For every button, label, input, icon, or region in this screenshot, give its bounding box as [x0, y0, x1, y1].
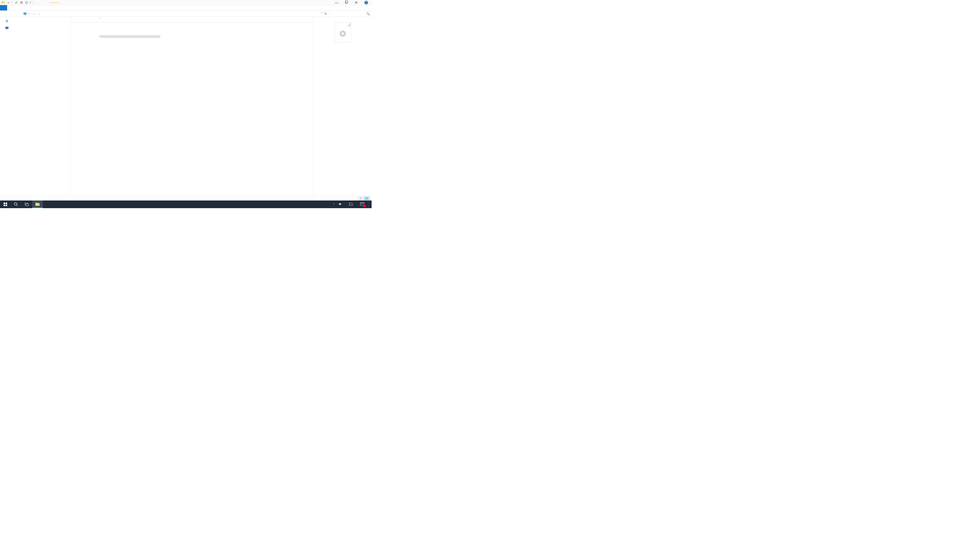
ribbon-tab-share[interactable] [14, 5, 21, 11]
tray-volume-icon[interactable] [339, 202, 342, 206]
ribbon-tab-view[interactable] [21, 5, 29, 11]
sort-asc-icon: ˄ [99, 17, 100, 21]
maximize-button[interactable] [345, 0, 348, 4]
svg-point-3 [26, 2, 27, 3]
search-button[interactable] [11, 200, 21, 208]
svg-rect-20 [6, 205, 7, 206]
col-name[interactable]: ˄ [71, 17, 127, 22]
ribbon-tab-file[interactable] [0, 5, 7, 11]
svg-rect-9 [6, 29, 7, 30]
close-red-icon[interactable] [20, 1, 23, 4]
breadcrumb[interactable]: ˅ ↻ [22, 12, 328, 16]
view-details-button[interactable] [358, 197, 363, 200]
ribbon-tab-home[interactable] [7, 5, 14, 11]
qat-dropdown-icon[interactable]: ▾ [30, 1, 31, 4]
refresh-icon[interactable]: ↻ [325, 12, 327, 16]
separator [12, 1, 13, 4]
col-size[interactable] [185, 17, 208, 22]
down-icon[interactable] [6, 1, 10, 4]
taskbar-explorer[interactable] [32, 200, 43, 208]
file-list-area: ˄ [71, 17, 313, 196]
quick-access-toolbar: ▾ [0, 1, 34, 4]
disc-small-icon[interactable] [25, 1, 28, 4]
separator [33, 1, 33, 4]
ribbon [0, 5, 372, 11]
explorer-icon [2, 1, 5, 4]
notification-badge [363, 204, 366, 207]
nav-sidebar[interactable] [0, 17, 71, 196]
column-headers: ˄ [71, 17, 313, 22]
svg-rect-16 [367, 199, 368, 200]
svg-rect-5 [346, 1, 348, 3]
close-button[interactable]: ✕ [355, 0, 358, 5]
taskbar: ˄ [0, 200, 372, 208]
ribbon-tab-context[interactable] [29, 5, 36, 11]
check-icon[interactable] [14, 1, 18, 4]
col-type[interactable] [159, 17, 185, 22]
search-input[interactable]: 🔍 [329, 12, 370, 16]
minimize-button[interactable]: — [335, 0, 339, 5]
svg-rect-8 [5, 27, 8, 29]
svg-rect-6 [24, 13, 27, 14]
col-date[interactable] [127, 17, 159, 22]
start-button[interactable] [0, 200, 11, 208]
details-pane [313, 17, 372, 196]
help-icon[interactable]: ? [364, 1, 368, 4]
svg-point-28 [351, 203, 353, 204]
svg-rect-25 [35, 203, 40, 206]
svg-line-22 [17, 205, 18, 206]
details-thumbnail [334, 22, 351, 43]
svg-rect-1 [2, 1, 3, 2]
svg-point-21 [14, 203, 17, 205]
search-icon: 🔍 [366, 12, 370, 16]
sidebar-quick-access[interactable] [0, 18, 70, 24]
sidebar-desktop[interactable] [0, 25, 70, 30]
svg-rect-26 [35, 203, 37, 203]
taskview-button[interactable] [21, 200, 32, 208]
svg-rect-18 [6, 203, 7, 204]
tray-app-icon[interactable] [349, 202, 353, 206]
svg-rect-17 [3, 203, 5, 204]
context-menu[interactable] [99, 35, 159, 37]
address-dropdown-icon[interactable]: ˅ [321, 12, 322, 16]
tray-expand-icon[interactable]: ˄ [334, 203, 335, 206]
nav-recent-icon[interactable]: ˅ [12, 13, 16, 15]
status-bar [0, 196, 372, 200]
view-large-button[interactable] [364, 197, 369, 200]
svg-rect-14 [367, 197, 368, 198]
svg-rect-19 [3, 205, 5, 206]
notification-button[interactable] [360, 202, 365, 207]
svg-rect-13 [366, 197, 366, 198]
svg-rect-0 [2, 2, 5, 3]
address-bar: ˅ ˅ ↻ 🔍 [0, 11, 372, 17]
pc-icon [23, 12, 27, 16]
svg-rect-15 [366, 199, 366, 200]
svg-rect-7 [24, 15, 25, 15]
svg-rect-24 [26, 204, 29, 206]
show-desktop-button[interactable] [369, 201, 370, 208]
context-tab[interactable] [49, 2, 59, 3]
titlebar: ▾ — ✕ ? [0, 0, 372, 5]
